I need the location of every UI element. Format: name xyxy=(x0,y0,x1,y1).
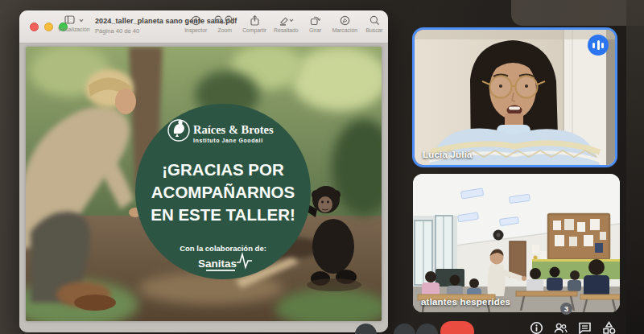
classroom-video-feed xyxy=(413,174,620,312)
video-tile-classroom[interactable]: atlantes hesperides xyxy=(413,174,620,312)
leave-call-button[interactable] xyxy=(440,321,474,334)
sidebar-icon xyxy=(64,15,76,25)
participant-name: atlantes hesperides xyxy=(421,297,510,307)
participant-name: Lucia Julià xyxy=(423,150,473,159)
markup-pen-icon xyxy=(340,15,350,26)
screen-glare xyxy=(511,0,644,26)
cork-board xyxy=(548,214,609,259)
video-tile-lucia[interactable]: Lucia Julià xyxy=(412,27,617,167)
meet-right-controls xyxy=(530,321,616,334)
headline-line3: EN ESTE TALLER! xyxy=(151,205,295,224)
share-icon xyxy=(250,15,260,26)
org-name: Raíces & Brotes xyxy=(193,123,274,136)
zoom-out-in-icons xyxy=(214,15,235,26)
participant-count-badge: 3 xyxy=(560,303,572,315)
lucia-video-feed xyxy=(415,30,615,165)
screen-bezel xyxy=(626,0,644,334)
photographed-screen: Visualización 2024_taller_planeta sano g… xyxy=(0,0,644,334)
speaking-indicator xyxy=(588,35,609,56)
info-icon[interactable] xyxy=(530,321,543,334)
close-window-button[interactable] xyxy=(30,23,39,31)
inspector-icon xyxy=(191,15,201,26)
inspector-button[interactable]: Inspector xyxy=(184,15,207,33)
slide-jane-goodall: Raíces & Brotes Instituto Jane Goodall ¡… xyxy=(26,47,382,321)
camera-button[interactable] xyxy=(394,324,415,334)
pdf-page-area[interactable]: Raíces & Brotes Instituto Jane Goodall ¡… xyxy=(19,43,388,332)
chevron-down-icon xyxy=(79,19,84,23)
org-subtitle: Instituto Jane Goodall xyxy=(193,138,263,143)
headline-line1: ¡GRACIAS POR xyxy=(162,160,284,179)
people-icon[interactable] xyxy=(554,321,568,334)
highlighter-icon xyxy=(279,15,294,26)
titlebar: Visualización 2024_taller_planeta sano g… xyxy=(19,10,388,43)
view-menu-button[interactable]: Visualización xyxy=(58,15,90,32)
activities-icon[interactable] xyxy=(602,321,616,334)
highlight-button[interactable]: Resaltado xyxy=(274,15,299,33)
view-menu-label: Visualización xyxy=(58,27,90,32)
thank-you-circle: Raíces & Brotes Instituto Jane Goodall ¡… xyxy=(135,104,311,279)
markup-button[interactable]: Marcación xyxy=(332,15,357,33)
sponsor-name: Sanitas xyxy=(198,258,237,270)
search-button[interactable]: Buscar xyxy=(365,15,384,33)
preview-window: Visualización 2024_taller_planeta sano g… xyxy=(19,10,388,332)
more-options-button[interactable] xyxy=(416,324,438,334)
search-icon xyxy=(369,15,380,26)
collab-label: Con la colaboración de: xyxy=(180,244,266,253)
share-button[interactable]: Compartir xyxy=(242,15,266,33)
preview-toolbar: Inspector Zoom xyxy=(184,15,384,33)
rotate-icon xyxy=(310,15,320,26)
rotate-button[interactable]: Girar xyxy=(306,15,325,33)
minimize-window-button[interactable] xyxy=(44,23,53,31)
zoom-buttons[interactable]: Zoom xyxy=(214,15,235,33)
chat-icon[interactable] xyxy=(578,321,592,334)
headline-line2: ACOMPAÑARNOS xyxy=(151,183,295,201)
